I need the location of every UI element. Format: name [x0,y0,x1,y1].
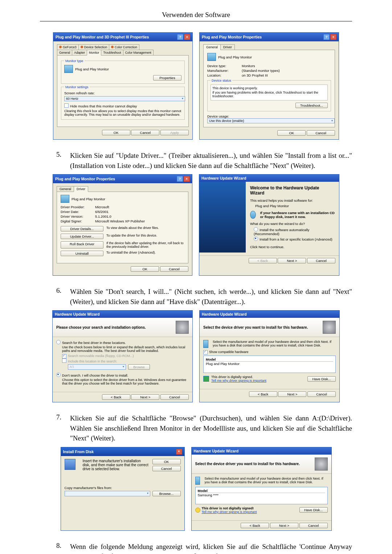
chk-compatible[interactable] [203,350,208,354]
browse-button[interactable]: Browse [128,364,150,370]
title-text: Plug and Play Monitor Properties [202,35,262,39]
radio-search[interactable] [56,340,61,344]
tabstrip: GeForce3 Device Selection Color Correcti… [57,44,189,50]
help-icon[interactable]: ? [177,176,183,182]
tab-monitor[interactable]: Monitor [87,50,101,56]
cancel-button[interactable]: Cancel [131,130,159,135]
list-item[interactable]: Samsung **** [198,493,325,497]
have-disk-button[interactable]: Have Disk... [299,507,328,513]
ok-button[interactable]: OK [152,459,181,464]
signing-link[interactable]: Tell me why driver signing is important [202,510,257,514]
tab-driver[interactable]: Driver [74,186,88,192]
close-icon[interactable]: × [330,34,336,40]
tab-general[interactable]: General [57,186,74,192]
update-driver-button[interactable]: Update Driver... [61,234,103,239]
cancel-button[interactable]: Cancel [152,466,181,471]
step-number: 5. [56,151,70,171]
help-icon[interactable]: ? [323,34,330,40]
tab-troubleshoot[interactable]: Troubleshoot [101,50,123,56]
cancel-button[interactable]: Cancel [307,130,335,136]
close-icon[interactable]: × [184,34,190,40]
radio-list[interactable] [254,237,258,241]
model-list[interactable]: Model Plug and Play Monitor [203,356,336,373]
gear-icon [315,457,328,471]
model-list[interactable]: Model Samsung **** [195,487,328,504]
path-select[interactable]: ▾ [65,491,150,496]
page-title: Verwenden der Software [40,11,352,19]
cancel-button[interactable]: Cancel [307,391,336,397]
driver-details-button[interactable]: Driver Details... [61,226,103,231]
tab-color-correction[interactable]: Color Correction [109,44,139,50]
cancel-button[interactable]: Cancel [160,266,188,272]
device-header: Plug and Play Monitor [72,197,105,201]
cancel-button[interactable]: Cancel [299,523,328,528]
title-text: Install From Disk [63,450,94,454]
tab-geforce[interactable]: GeForce3 [57,44,79,50]
next-button[interactable]: Next > [270,523,298,528]
signing-link[interactable]: Tell me why driver signing is important [211,379,266,382]
next-button[interactable]: Next > [278,391,306,397]
tab-general[interactable]: General [57,50,72,56]
troubleshoot-button[interactable]: Troubleshoot... [295,103,328,108]
tab-devsel[interactable]: Device Selection [78,44,109,50]
cancel-button[interactable]: Cancel [160,394,189,400]
step-5: 5. Klicken Sie auf "Update Driver..." (T… [56,151,352,171]
wizard-header: Select the device driver you want to ins… [195,462,300,466]
path-field[interactable]: A:\▾ [68,364,126,370]
hardware-wizard-select-1: Hardware Update Wizard Select the device… [199,310,340,402]
apply-button[interactable]: Apply [160,130,189,135]
cancel-button[interactable]: Cancel [307,258,335,263]
monitor-type-legend: Monitor type [64,59,85,63]
signed-icon [203,376,209,382]
browse-button[interactable]: Browse... [152,491,181,496]
close-icon[interactable]: × [176,449,182,455]
wizard-header: Select the device driver you want to ins… [203,325,308,329]
titlebar: Plug and Play Monitor and 3D Prophet III… [53,33,192,41]
monitor-icon [203,340,208,348]
device-usage-label: Device usage: [207,114,229,118]
have-disk-button[interactable]: Have Disk... [307,376,336,382]
close-icon[interactable]: × [184,176,190,182]
monitor-name: Plug and Play Monitor [75,67,109,71]
chevron-down-icon: ▾ [182,97,183,100]
tab-driver[interactable]: Driver [220,44,235,50]
tab-adapter[interactable]: Adapter [72,50,87,56]
ok-button[interactable]: OK [277,130,306,136]
radio-auto[interactable] [254,227,258,231]
tab-general[interactable]: General [203,44,221,50]
hide-modes-checkbox[interactable] [64,103,69,108]
value: Monitors [242,64,255,68]
tab-color-management[interactable]: Color Management [123,50,154,56]
refresh-rate-select[interactable]: 60 Hertz▾ [64,96,185,101]
chevron-down-icon: ▾ [147,492,148,496]
uninstall-button[interactable]: Uninstall [61,251,103,256]
next-button[interactable]: Next > [278,258,306,263]
title-text: Hardware Update Wizard [201,176,246,180]
back-button[interactable]: < Back [241,523,269,528]
radio-dont-search[interactable] [56,373,61,377]
message: Insert the manufacturer's installation d… [83,459,149,471]
list-item[interactable]: Plug and Play Monitor [206,362,333,366]
hardware-wizard-search: Hardware Update Wizard Please choose you… [52,310,193,402]
step-text: Wählen Sie "Don't search, I will..." (Ni… [70,287,352,307]
step-number: 6. [56,287,70,307]
chk-include[interactable] [62,358,66,363]
next-button[interactable]: Next > [131,394,159,400]
device-usage-select[interactable]: Use this device (enable)▾ [207,118,335,123]
status-help: If you are having problems with this dev… [212,91,326,98]
rollback-button[interactable]: Roll Back Driver [61,241,103,249]
refresh-label: Screen refresh rate: [64,91,95,95]
monitor-settings-legend: Monitor settings [64,85,90,89]
back-button[interactable]: < Back [249,391,277,397]
divider [40,21,352,21]
ok-button[interactable]: OK [131,266,159,272]
monitor-icon [64,65,73,73]
ok-button[interactable]: OK [102,130,130,135]
help-icon[interactable]: ? [177,34,183,40]
warning-icon [195,508,200,513]
back-button[interactable]: < Back [102,394,130,400]
properties-button[interactable]: Properties [153,75,181,81]
device-status-legend: Device status [211,79,232,82]
back-button[interactable]: < Back [249,258,277,263]
chk-media[interactable] [62,354,66,358]
